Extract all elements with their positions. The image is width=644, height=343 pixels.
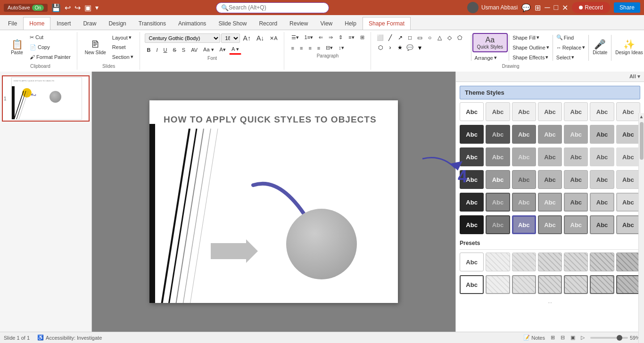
font-name-select[interactable]: Century Gothic (Body) (145, 33, 220, 43)
style-r2c3[interactable]: Abc (538, 147, 562, 166)
underline-button[interactable]: U (161, 46, 170, 54)
triangle-tool[interactable]: △ (435, 33, 445, 42)
replace-button[interactable]: ↔ Replace ▾ (554, 43, 587, 52)
tab-draw[interactable]: Draw (77, 17, 102, 30)
charspace-button[interactable]: AV (189, 46, 200, 54)
view-slideshow-button[interactable]: ▷ (581, 335, 585, 341)
diamond-tool[interactable]: ◇ (445, 33, 454, 42)
preset-r1c0[interactable]: Abc (460, 275, 484, 294)
font-color-button[interactable]: A ▾ (229, 45, 241, 55)
preset-r1c5[interactable] (590, 275, 614, 294)
preset-r1c3[interactable] (538, 275, 562, 294)
style-r4c3[interactable]: Abc (538, 193, 562, 212)
style-r3c0[interactable]: Abc (460, 170, 484, 189)
shape-outline-button[interactable]: Shape Outline ▾ (510, 43, 552, 52)
layout-button[interactable]: Layout ▾ (110, 33, 136, 42)
pentagon-tool[interactable]: ⬠ (455, 33, 464, 42)
preset-r1c1[interactable] (486, 275, 510, 294)
view-slide-sorter-button[interactable]: ⊟ (561, 335, 565, 341)
shadow-button[interactable]: S (180, 46, 188, 54)
style-r0c2[interactable]: Abc (512, 102, 536, 121)
style-r1c0[interactable]: Abc (460, 125, 484, 144)
scroll-up-arrow[interactable]: ▲ (638, 113, 644, 120)
highlight-button[interactable]: A▾ (217, 45, 228, 54)
style-r1c6[interactable]: Abc (616, 125, 640, 144)
tab-home[interactable]: Home (23, 17, 50, 30)
italic-button[interactable]: I (154, 46, 160, 54)
maximize-icon[interactable]: □ (554, 3, 559, 12)
preset-r0c1[interactable] (486, 253, 510, 271)
decrease-font-button[interactable]: A↓ (254, 33, 266, 43)
style-r2c1[interactable]: Abc (486, 147, 510, 166)
preset-r0c4[interactable] (564, 253, 588, 271)
tab-slideshow[interactable]: Slide Show (212, 17, 253, 30)
minimize-icon[interactable]: ─ (545, 3, 550, 12)
search-box[interactable]: 🔍 (216, 2, 329, 13)
style-r3c6[interactable]: Abc (616, 170, 640, 189)
customize-icon[interactable]: ▾ (95, 4, 99, 11)
tab-animations[interactable]: Animations (172, 17, 212, 30)
zoom-slider-thumb[interactable] (617, 335, 622, 341)
style-r1c2[interactable]: Abc (512, 125, 536, 144)
style-r5c0[interactable]: Abc (460, 215, 484, 234)
notes-button[interactable]: 📝 Notes (523, 335, 545, 341)
tab-file[interactable]: File (2, 17, 23, 30)
search-input[interactable] (229, 4, 324, 11)
slide-thumbnail-1[interactable]: 1 HOW TO APPLY QUICK STYLES TO OBJECTS ↩ (2, 75, 90, 122)
style-r0c1[interactable]: Abc (486, 102, 510, 121)
redo-icon[interactable]: ↪ (74, 3, 81, 12)
style-r1c5[interactable]: Abc (590, 125, 614, 144)
format-painter-button[interactable]: 🖌 Format Painter (27, 53, 73, 61)
dictate-button[interactable]: 🎤 Dictate (590, 33, 610, 61)
section-button[interactable]: Section ▾ (110, 52, 136, 61)
panel-scrollbar[interactable]: ▲ ▼ (638, 113, 644, 343)
present-icon[interactable]: ▣ (84, 3, 91, 12)
style-r1c4[interactable]: Abc (564, 125, 588, 144)
style-r3c1[interactable]: Abc (486, 170, 510, 189)
style-r3c2[interactable]: Abc (512, 170, 536, 189)
save-icon[interactable]: 💾 (51, 3, 61, 12)
callout-tool[interactable]: 💬 (405, 43, 415, 52)
line-tool[interactable]: ╱ (386, 33, 395, 42)
font-size-select[interactable]: 18 (221, 33, 240, 43)
preset-r0c6[interactable] (616, 253, 640, 271)
star-tool[interactable]: ★ (396, 43, 405, 52)
more-shapes[interactable]: ▾ (415, 43, 425, 52)
clear-format-button[interactable]: ✕A (267, 34, 280, 43)
align-center-button[interactable]: ≡ (297, 44, 305, 52)
tab-view[interactable]: View (314, 17, 339, 30)
close-icon[interactable]: ✕ (562, 3, 568, 12)
style-r4c4[interactable]: Abc (564, 193, 588, 212)
preset-r0c0[interactable]: Abc (460, 253, 484, 271)
align-right-button[interactable]: ≡ (306, 44, 314, 52)
cut-button[interactable]: ✂ Cut (27, 33, 73, 42)
style-r3c5[interactable]: Abc (590, 170, 614, 189)
style-r1c1[interactable]: Abc (486, 125, 510, 144)
style-r5c6[interactable]: Abc (616, 215, 640, 234)
justify-button[interactable]: ≡ (315, 44, 322, 52)
tab-insert[interactable]: Insert (50, 17, 77, 30)
bullets-button[interactable]: ☰▾ (289, 33, 301, 42)
canvas-area[interactable]: HOW TO APPLY QUICK STYLES TO OBJECTS (92, 72, 455, 332)
style-r4c5[interactable]: Abc (590, 193, 614, 212)
style-r5c2[interactable]: Abc (512, 215, 536, 234)
style-r2c5[interactable]: Abc (590, 147, 614, 166)
style-r0c6[interactable]: Abc (616, 102, 640, 121)
style-r3c4[interactable]: Abc (564, 170, 588, 189)
new-slide-button[interactable]: 🖹 New Slide (82, 33, 109, 61)
view-reading-button[interactable]: ▣ (570, 335, 575, 341)
style-r5c1[interactable]: Abc (486, 215, 510, 234)
quick-styles-button[interactable]: Aa Quick Styles (472, 33, 508, 52)
oval-tool[interactable]: ○ (425, 33, 435, 42)
hexagon-tool[interactable]: ⬡ (376, 43, 385, 52)
arrow-tool[interactable]: ↗ (396, 33, 405, 42)
ribbon-icon[interactable]: ⊞ (535, 3, 541, 12)
decrease-indent-button[interactable]: ⇐ (316, 33, 325, 42)
columns-button[interactable]: ⊟▾ (323, 43, 335, 52)
style-r4c1[interactable]: Abc (486, 193, 510, 212)
arrange-button[interactable]: Arrange ▾ (472, 53, 508, 62)
scroll-thumb[interactable] (640, 122, 644, 160)
style-r3c3[interactable]: Abc (538, 170, 562, 189)
text-box-tool[interactable]: ⬜ (376, 33, 385, 42)
style-r2c2[interactable]: Abc (512, 147, 536, 166)
